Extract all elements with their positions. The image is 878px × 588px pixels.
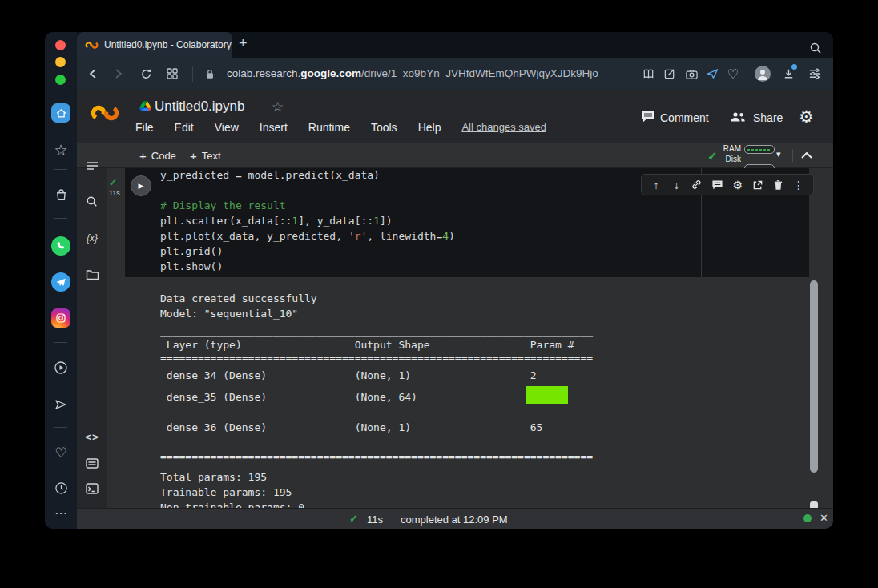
favorites-star-icon[interactable]: ☆ — [51, 140, 70, 159]
collapse-chevron-icon[interactable] — [801, 152, 812, 159]
status-message: completed at 12:09 PM — [401, 513, 508, 526]
home-icon[interactable] — [51, 103, 70, 123]
lock-icon — [202, 66, 218, 82]
code-snippets-icon[interactable]: <> — [85, 429, 99, 444]
telegram-icon[interactable] — [51, 272, 70, 292]
more-ellipsis-icon[interactable]: ⋯ — [51, 503, 70, 522]
downloads-badge-dot — [791, 64, 797, 70]
disk-label: Disk — [720, 155, 741, 163]
search-icon[interactable] — [808, 40, 824, 56]
vertical-scrollbar-thumb[interactable] — [810, 280, 818, 473]
close-traffic-light[interactable] — [55, 40, 66, 50]
console-panel-icon[interactable] — [85, 456, 99, 470]
run-cell-button[interactable]: ▶ — [131, 175, 151, 196]
menu-insert[interactable]: Insert — [260, 121, 288, 134]
resources-dropdown-icon[interactable]: ▾ — [776, 149, 781, 159]
comment-button[interactable]: Comment — [660, 111, 709, 124]
output-table-row: dense_35 (Dense) (None, 64) — [160, 389, 530, 405]
code-line: plt.grid() — [160, 244, 455, 259]
menu-view[interactable]: View — [215, 121, 239, 134]
sidebar-search-icon[interactable] — [85, 195, 99, 209]
table-of-contents-icon[interactable] — [85, 159, 99, 173]
cell-more-kebab-icon[interactable]: ⋮ — [791, 178, 806, 192]
tab-title: Untitled0.ipynb - Colaboratory — [104, 39, 232, 50]
drive-icon — [139, 101, 151, 111]
link-cell-icon[interactable] — [690, 178, 704, 192]
output-table-row: dense_36 (Dense) (None, 1) 65 — [160, 420, 593, 435]
favorite-heart-icon[interactable]: ♡ — [725, 66, 741, 82]
dock-divider — [54, 427, 67, 428]
autosave-status[interactable]: All changes saved — [461, 121, 546, 134]
history-clock-icon[interactable] — [51, 478, 70, 497]
share-button[interactable]: Share — [753, 111, 783, 124]
status-green-dot — [803, 514, 812, 522]
add-text-button[interactable]: +Text — [190, 149, 221, 163]
variables-icon[interactable]: {x} — [85, 231, 99, 245]
share-people-icon[interactable] — [730, 111, 746, 123]
tab-overview-icon[interactable] — [164, 66, 180, 82]
url-domain: google.com — [300, 67, 361, 79]
menu-edit[interactable]: Edit — [175, 121, 194, 134]
new-tab-button[interactable]: + — [239, 35, 248, 52]
play-circle-icon[interactable] — [51, 358, 70, 377]
colab-logo[interactable] — [91, 104, 119, 122]
dock-divider — [54, 218, 67, 219]
send-plane-icon[interactable] — [51, 395, 70, 414]
minimize-traffic-light[interactable] — [55, 57, 66, 67]
status-check-icon: ✓ — [349, 513, 358, 525]
output-line: ========================================… — [160, 449, 593, 464]
plus-icon: + — [190, 149, 197, 163]
profile-avatar[interactable] — [755, 66, 771, 82]
reload-icon[interactable] — [138, 66, 154, 82]
status-close-icon[interactable]: ✕ — [820, 512, 828, 524]
url-prefix: colab.research. — [227, 67, 300, 79]
zoom-traffic-light[interactable] — [55, 75, 66, 85]
dock-divider — [54, 342, 67, 343]
menu-runtime[interactable]: Runtime — [308, 121, 350, 134]
settings-sliders-icon[interactable] — [807, 66, 823, 82]
menu-bar: File Edit View Insert Runtime Tools Help… — [135, 121, 546, 134]
url-field[interactable]: colab.research.google.com/drive/1_xo9bYn… — [227, 67, 598, 79]
ram-meter[interactable] — [744, 145, 775, 154]
output-table-row: dense_34 (Dense) (None, 1) 2 — [160, 368, 593, 383]
browser-window: ☆ ♡ ⋯ Untitled0.ipynb - Colaboratory + — [45, 32, 833, 529]
toolbar-divider — [792, 149, 793, 162]
terminal-icon[interactable] — [85, 481, 99, 496]
move-cell-up-icon[interactable]: ↑ — [649, 178, 663, 192]
code-block: y_predicted = model.predict(x_data) # Di… — [160, 167, 455, 274]
menu-file[interactable]: File — [135, 121, 154, 134]
comment-cell-icon[interactable] — [710, 178, 724, 192]
heart-icon[interactable]: ♡ — [51, 443, 70, 462]
output-line: ________________________________________… — [160, 495, 593, 508]
ram-label: RAM — [720, 144, 741, 153]
reading-list-icon[interactable] — [640, 66, 656, 82]
open-in-tab-icon[interactable] — [751, 178, 765, 192]
comment-icon[interactable] — [641, 110, 655, 123]
highlighted-param-value — [526, 386, 568, 404]
compose-icon[interactable] — [662, 66, 678, 82]
delete-cell-trash-icon[interactable] — [771, 178, 786, 192]
url-path: /drive/1_xo9bYn_JVHfdWfEmQhPWjqyXJDk9Hjo — [361, 67, 598, 79]
output-line: ========================================… — [160, 350, 593, 365]
share-send-icon[interactable] — [704, 66, 720, 82]
screenshot-camera-icon[interactable] — [683, 66, 699, 82]
back-icon[interactable] — [85, 66, 101, 82]
files-folder-icon[interactable] — [85, 268, 99, 282]
forward-icon[interactable] — [111, 66, 127, 82]
whatsapp-icon[interactable] — [51, 236, 70, 256]
cell-settings-gear-icon[interactable]: ⚙ — [731, 178, 745, 192]
shopping-bag-icon[interactable] — [51, 185, 70, 204]
notebook-title[interactable]: Untitled0.ipynb — [155, 99, 244, 115]
move-cell-down-icon[interactable]: ↓ — [669, 178, 683, 192]
menu-tools[interactable]: Tools — [371, 121, 397, 134]
output-line: Data created successfully — [160, 291, 317, 306]
instagram-icon[interactable] — [51, 308, 70, 328]
tab-colab[interactable]: Untitled0.ipynb - Colaboratory — [77, 32, 232, 58]
add-code-button[interactable]: +Code — [139, 149, 176, 163]
menu-help[interactable]: Help — [418, 121, 441, 134]
star-notebook-icon[interactable]: ☆ — [272, 99, 284, 115]
colab-header — [77, 90, 833, 143]
settings-gear-icon[interactable]: ⚙ — [799, 107, 814, 127]
colab-favicon — [85, 41, 99, 50]
nav-divider — [747, 66, 747, 82]
